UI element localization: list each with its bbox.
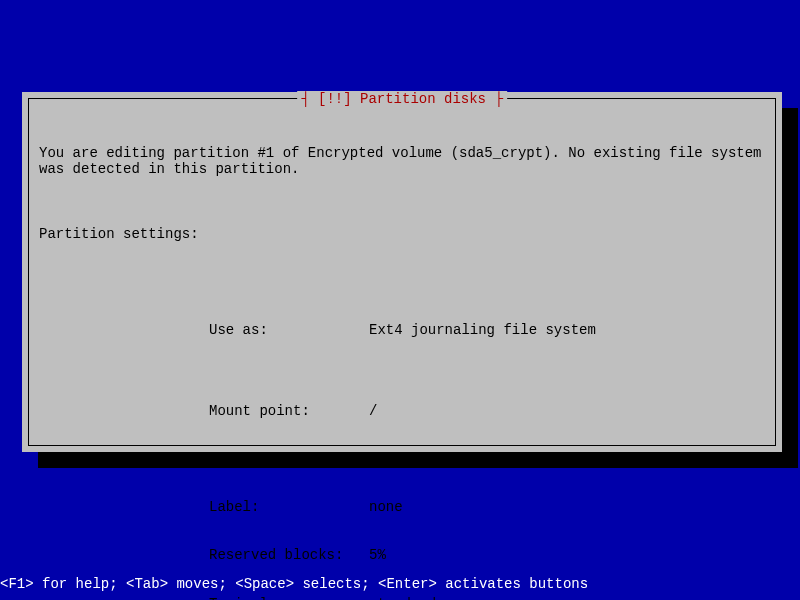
setting-value: 5% bbox=[369, 547, 386, 563]
setting-label: Reserved blocks: bbox=[209, 547, 369, 563]
partition-dialog: ┤ [!!] Partition disks ├ You are editing… bbox=[22, 92, 782, 452]
setting-value: defaults bbox=[369, 451, 436, 467]
setting-label: Typical usage: bbox=[209, 596, 369, 600]
setting-label: Label: bbox=[209, 499, 369, 515]
footer-hint: <F1> for help; <Tab> moves; <Space> sele… bbox=[0, 576, 588, 592]
dialog-title: ┤ [!!] Partition disks ├ bbox=[297, 91, 507, 107]
intro-text: You are editing partition #1 of Encrypte… bbox=[39, 145, 765, 177]
dialog-frame: ┤ [!!] Partition disks ├ You are editing… bbox=[28, 98, 776, 446]
setting-row[interactable]: Mount point:/ bbox=[209, 403, 765, 419]
setting-value: / bbox=[369, 403, 377, 419]
setting-row[interactable]: Mount options:defaults bbox=[209, 451, 765, 467]
setting-row[interactable]: Label:none bbox=[209, 499, 765, 515]
setting-label: Mount options: bbox=[209, 451, 369, 467]
section-label: Partition settings: bbox=[39, 226, 765, 242]
dialog-content: You are editing partition #1 of Encrypte… bbox=[29, 99, 775, 600]
title-close: ├ bbox=[486, 91, 503, 107]
settings-list: Use as:Ext4 journaling file system Mount… bbox=[209, 290, 765, 600]
setting-label: Use as: bbox=[209, 322, 369, 338]
setting-row[interactable]: Use as:Ext4 journaling file system bbox=[209, 322, 765, 338]
title-text: Partition disks bbox=[360, 91, 486, 107]
setting-value: standard bbox=[369, 596, 436, 600]
title-prefix: [!!] bbox=[318, 91, 360, 107]
setting-value: Ext4 journaling file system bbox=[369, 322, 596, 338]
setting-row[interactable]: Reserved blocks:5% bbox=[209, 547, 765, 563]
setting-row[interactable]: Typical usage:standard bbox=[209, 596, 765, 600]
setting-value: none bbox=[369, 499, 403, 515]
setting-label: Mount point: bbox=[209, 403, 369, 419]
title-open: ┤ bbox=[301, 91, 318, 107]
